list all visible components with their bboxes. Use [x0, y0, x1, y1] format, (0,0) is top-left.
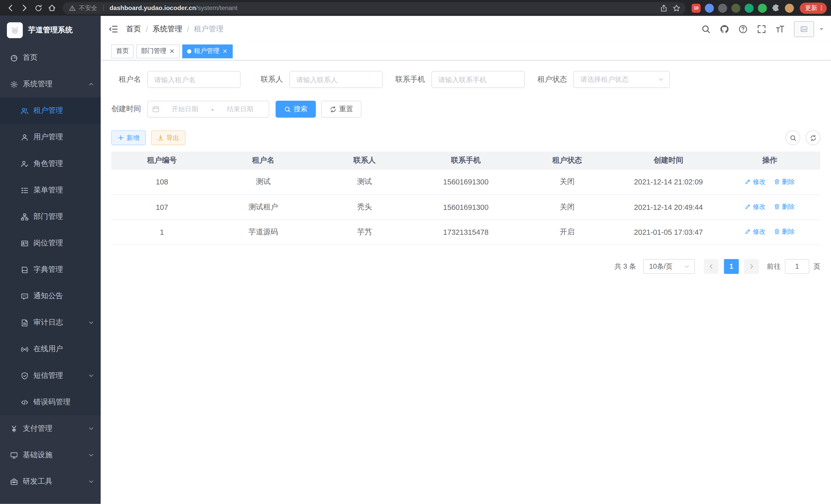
create-time-range-picker[interactable]: - — [147, 101, 269, 118]
browser-profile-avatar[interactable] — [785, 3, 794, 12]
screen: 不安全 dashboard.yudao.iocoder.cn/system/te… — [0, 0, 831, 504]
export-button[interactable]: 导出 — [151, 130, 185, 145]
browser-back-button[interactable] — [4, 2, 17, 14]
extension-icon[interactable] — [718, 3, 727, 12]
add-button[interactable]: 新增 — [111, 130, 146, 145]
sidebar-item[interactable]: 错误码管理 — [0, 389, 101, 415]
not-secure-warning-icon — [69, 5, 76, 11]
tags-view: 首页 部门管理 租户管理 — [101, 42, 831, 60]
edit-icon — [745, 204, 751, 210]
page-tag[interactable]: 租户管理 — [182, 44, 233, 58]
start-date-input[interactable] — [161, 105, 209, 113]
sidebar-item[interactable]: 支付管理 — [0, 415, 101, 442]
table-column-header: 联系人 — [314, 152, 415, 170]
github-icon[interactable] — [720, 24, 729, 34]
sidebar-item[interactable]: 在线用户 — [0, 336, 101, 362]
breadcrumb-item[interactable]: 租户管理 / — [194, 24, 224, 34]
delete-button[interactable]: 删除 — [774, 202, 795, 211]
page-tag[interactable]: 首页 — [111, 44, 134, 58]
extension-badge: 10 — [694, 6, 698, 10]
extension-icon[interactable] — [758, 3, 767, 12]
app-logo[interactable]: 芋道管理系统 — [0, 16, 101, 45]
page-size-select[interactable]: 10条/页 — [643, 259, 695, 274]
sidebar-item-label: 菜单管理 — [33, 185, 94, 195]
breadcrumb-label: 租户管理 — [194, 24, 224, 34]
sidebar-item-label: 短信管理 — [33, 371, 83, 380]
tag-close-icon[interactable] — [222, 48, 228, 54]
sidebar-toggle-icon[interactable] — [101, 24, 126, 34]
fullscreen-icon[interactable] — [757, 24, 766, 34]
goto-page-input[interactable] — [785, 259, 809, 274]
browser-menu-dots-icon[interactable] — [819, 5, 825, 11]
page-tag[interactable]: 部门管理 — [136, 44, 180, 58]
table-column-header: 操作 — [719, 152, 820, 170]
sidebar-item[interactable]: 字典管理 — [0, 256, 101, 283]
sidebar-item-label: 部门管理 — [33, 212, 94, 221]
browser-forward-button[interactable] — [18, 2, 31, 14]
next-page-button[interactable] — [744, 259, 759, 274]
header-search-icon[interactable] — [701, 24, 711, 34]
edit-button[interactable]: 修改 — [745, 177, 766, 186]
prev-page-button[interactable] — [704, 259, 719, 274]
delete-icon — [774, 179, 780, 185]
contact-phone-input[interactable] — [431, 71, 525, 88]
sidebar-item[interactable]: 审计日志 — [0, 309, 101, 336]
extensions-puzzle-icon[interactable] — [772, 4, 780, 12]
sidebar-item[interactable]: 菜单管理 — [0, 177, 101, 203]
end-date-input[interactable] — [216, 105, 264, 113]
delete-button[interactable]: 删除 — [774, 177, 795, 186]
pagination: 共 3 条 10条/页 1 前往 页 — [111, 259, 821, 274]
refresh-table-button[interactable] — [806, 130, 821, 145]
sidebar-item[interactable]: 租户管理 — [0, 98, 101, 124]
breadcrumb-item[interactable]: 首页 / — [126, 24, 153, 34]
dashboard-icon — [10, 54, 18, 62]
address-bar[interactable]: 不安全 dashboard.yudao.iocoder.cn/system/te… — [62, 2, 686, 14]
goto-suffix: 页 — [813, 262, 821, 271]
delete-icon — [774, 228, 780, 235]
sidebar-item[interactable]: 基础设施 — [0, 442, 101, 468]
update-label: 更新 — [805, 4, 817, 12]
reset-button[interactable]: 重置 — [321, 101, 362, 118]
sidebar-item[interactable]: 短信管理 — [0, 362, 101, 389]
avatar-caret-icon[interactable] — [819, 26, 825, 32]
extension-icon[interactable]: 10 — [692, 3, 701, 12]
extension-icon[interactable] — [731, 3, 740, 12]
chevron-up-icon — [88, 81, 94, 88]
browser-update-button[interactable]: 更新 — [800, 2, 827, 13]
sidebar-item[interactable]: 部门管理 — [0, 203, 101, 230]
extension-icon[interactable] — [705, 3, 714, 12]
search-button[interactable]: 搜索 — [276, 101, 316, 118]
sidebar-item[interactable]: 用户管理 — [0, 124, 101, 151]
share-icon[interactable] — [660, 4, 668, 12]
breadcrumb-item[interactable]: 系统管理 / — [153, 24, 194, 34]
help-icon[interactable] — [738, 24, 748, 34]
tag-close-icon[interactable] — [169, 48, 175, 54]
table-column-header: 创建时间 — [618, 152, 719, 170]
delete-icon — [774, 204, 780, 210]
font-size-icon[interactable] — [775, 24, 785, 34]
reload-icon — [34, 4, 42, 12]
sidebar-item[interactable]: 首页 — [0, 45, 101, 71]
toggle-search-button[interactable] — [785, 130, 800, 145]
bookmark-star-icon[interactable] — [672, 4, 681, 12]
user-avatar[interactable] — [794, 21, 814, 37]
extension-icon[interactable] — [745, 3, 754, 12]
sidebar-item[interactable]: 研发工具 — [0, 468, 101, 495]
sidebar-item[interactable]: 岗位管理 — [0, 230, 101, 256]
page-number-button[interactable]: 1 — [724, 259, 739, 274]
browser-reload-button[interactable] — [32, 2, 45, 14]
back-icon — [6, 4, 15, 12]
chevron-down-icon — [88, 478, 94, 485]
browser-home-button[interactable] — [46, 2, 58, 14]
page-size-value: 10条/页 — [649, 262, 673, 271]
tenant-status-select[interactable]: 请选择租户状态 — [574, 71, 670, 88]
sidebar-item-label: 岗位管理 — [33, 238, 94, 248]
sidebar-item[interactable]: 通知公告 — [0, 283, 101, 309]
sidebar-item[interactable]: 角色管理 — [0, 151, 101, 177]
edit-button[interactable]: 修改 — [745, 227, 766, 236]
edit-button[interactable]: 修改 — [745, 202, 766, 211]
contact-input[interactable] — [289, 71, 382, 88]
sidebar-item[interactable]: 系统管理 — [0, 71, 101, 97]
delete-button[interactable]: 删除 — [774, 227, 795, 236]
tenant-name-input[interactable] — [147, 71, 240, 88]
